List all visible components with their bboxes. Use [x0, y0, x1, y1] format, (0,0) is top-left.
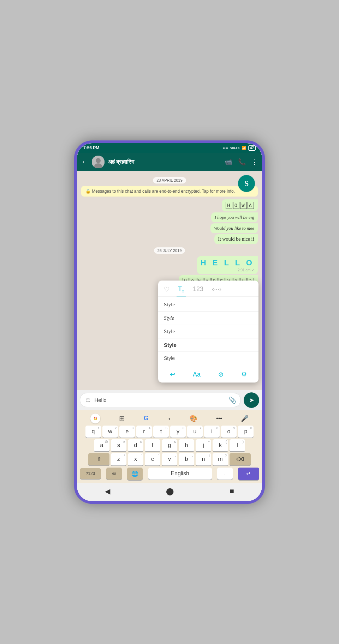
font-size-button[interactable]: Aa	[190, 369, 203, 380]
keyboard-row-3: ⇧ z* x" c' v: b; n! m? ⌫	[79, 453, 260, 465]
nav-bar: ◀ ⬤ ■	[77, 483, 262, 501]
header-icons: 📹 📞 ⋮	[225, 158, 258, 166]
translate-icon[interactable]: G	[144, 415, 149, 422]
back-button[interactable]: ←	[81, 158, 88, 166]
send-button[interactable]: ➤	[244, 392, 259, 408]
signal-icon: ▪▪▪▪	[223, 146, 228, 150]
key-d[interactable]: d$	[128, 439, 143, 451]
lte-icon: VoLTE	[230, 146, 240, 150]
key-s[interactable]: s#	[111, 439, 126, 451]
globe-key[interactable]: 🌐	[127, 468, 143, 480]
battery-icon: 47	[248, 145, 256, 151]
key-e[interactable]: e3	[119, 426, 135, 438]
clear-button[interactable]: ⊘	[215, 369, 226, 380]
message-bubble: Would you like to mee	[210, 223, 258, 233]
back-nav-button[interactable]: ◀	[98, 486, 117, 497]
backspace-key[interactable]: ⌫	[230, 453, 251, 465]
key-u[interactable]: u7	[187, 426, 203, 438]
home-nav-button[interactable]: ⬤	[159, 486, 181, 497]
style-item-serif[interactable]: Style	[158, 298, 258, 312]
message-time: 2:01 am ✓	[201, 268, 254, 272]
hello-message: H E L L O	[201, 258, 254, 267]
tab-favorite[interactable]: ♡	[162, 283, 171, 297]
keyboard-row-1: q1 w2 e3 r4 t5 y6 u7 i8 o9 p0	[79, 426, 260, 438]
key-o[interactable]: o9	[221, 426, 237, 438]
message-row: Would you like to mee	[81, 223, 258, 233]
status-icons: ▪▪▪▪ VoLTE 📶 47	[223, 145, 256, 151]
key-m[interactable]: m?	[213, 453, 228, 465]
message-input[interactable]	[94, 397, 226, 403]
style-item-italic[interactable]: Style	[158, 312, 258, 325]
key-n[interactable]: n!	[196, 453, 211, 465]
send-icon: ➤	[249, 396, 254, 404]
key-g[interactable]: g&	[162, 439, 177, 451]
message-row: H E L L O 2:01 am ✓	[81, 256, 258, 274]
key-j[interactable]: j+	[196, 439, 211, 451]
style-item-bold[interactable]: Style	[158, 338, 258, 352]
contact-name: अहं ब्रह्मास्मि	[108, 159, 221, 165]
key-k[interactable]: k(	[213, 439, 228, 451]
palette-icon[interactable]: 🎨	[190, 415, 197, 422]
phone-frame: 7:56 PM ▪▪▪▪ VoLTE 📶 47 ← अहं ब्रह्मास्म…	[74, 140, 265, 504]
style-item-light[interactable]: Style	[158, 352, 258, 365]
tab-numbers[interactable]: 123	[191, 283, 205, 297]
message-row: HOWA	[81, 199, 258, 211]
key-v[interactable]: v:	[162, 453, 177, 465]
style-list: Style Style Style Style Style	[158, 297, 258, 366]
key-y[interactable]: y6	[170, 426, 186, 438]
tab-arrows[interactable]: ‹···›	[210, 283, 223, 297]
message-bubble: It would be nice if	[214, 234, 258, 244]
key-a[interactable]: a@	[94, 439, 109, 451]
style-picker-popup: ♡ Tт 123 ‹···› Style Style Style Style S…	[158, 281, 258, 383]
key-x[interactable]: x"	[128, 453, 143, 465]
message-text: It would be nice if	[218, 236, 254, 242]
sticker-icon[interactable]: ⊞	[119, 414, 125, 423]
key-h[interactable]: h-	[179, 439, 194, 451]
emoji-key[interactable]: ☺	[106, 468, 122, 480]
shift-key[interactable]: ⇧	[88, 453, 109, 465]
mic-icon[interactable]: 🎤	[241, 415, 249, 422]
status-bar: 7:56 PM ▪▪▪▪ VoLTE 📶 47	[77, 143, 262, 153]
key-l[interactable]: l)	[230, 439, 245, 451]
space-key[interactable]: English	[148, 468, 212, 480]
enter-key[interactable]: ↵	[238, 468, 259, 480]
keyboard-row-2: a@ s# d$ f- g& h- j+ k( l)	[79, 439, 260, 451]
key-b[interactable]: b;	[179, 453, 194, 465]
key-r[interactable]: r4	[136, 426, 152, 438]
message-text: Would you like to mee	[214, 225, 254, 231]
phone-inner: 7:56 PM ▪▪▪▪ VoLTE 📶 47 ← अहं ब्रह्मास्म…	[77, 143, 262, 501]
google-icon: G	[94, 416, 97, 421]
key-w[interactable]: w2	[102, 426, 118, 438]
tab-text[interactable]: Tт	[177, 283, 186, 297]
key-p[interactable]: p0	[238, 426, 254, 438]
emoji-button[interactable]: ☺	[84, 396, 91, 404]
key-t[interactable]: t5	[153, 426, 169, 438]
key-f[interactable]: f-	[145, 439, 160, 451]
cursor-icon[interactable]: ⬩	[167, 415, 171, 422]
message-text: I hope you will be enj	[215, 215, 254, 220]
key-c[interactable]: c'	[145, 453, 160, 465]
settings-button[interactable]: ⚙	[238, 369, 250, 380]
numbers-key[interactable]: ?123	[80, 468, 101, 479]
more-options-icon[interactable]: ⋮	[251, 158, 258, 166]
key-i[interactable]: i8	[204, 426, 220, 438]
keyboard-toolbar: G ⊞ G ⬩ 🎨 ••• 🎤	[78, 412, 261, 426]
period-key[interactable]: .	[217, 468, 233, 480]
video-call-icon[interactable]: 📹	[225, 158, 232, 166]
chat-header: ← अहं ब्रह्मास्मि 📹 📞 ⋮	[77, 153, 262, 171]
key-q[interactable]: q1	[85, 426, 101, 438]
style-item-blackletter[interactable]: Style	[158, 325, 258, 338]
s-badge: S	[238, 175, 255, 192]
key-z[interactable]: z*	[111, 453, 126, 465]
more-icon[interactable]: •••	[216, 415, 222, 422]
date-badge-1: 28 APRIL 2019	[81, 177, 258, 183]
attach-button[interactable]: 📎	[228, 396, 236, 404]
google-button[interactable]: G	[90, 414, 100, 423]
svg-point-1	[96, 158, 101, 163]
undo-button[interactable]: ↩	[167, 369, 178, 380]
keyboard-rows: q1 w2 e3 r4 t5 y6 u7 i8 o9 p0 a@ s# d$ f…	[78, 426, 261, 465]
encryption-notice: 🔒 Messages to this chat and calls are en…	[81, 186, 258, 197]
recents-nav-button[interactable]: ■	[223, 486, 241, 496]
message-row: I hope you will be enj	[81, 212, 258, 222]
voice-call-icon[interactable]: 📞	[238, 158, 246, 166]
